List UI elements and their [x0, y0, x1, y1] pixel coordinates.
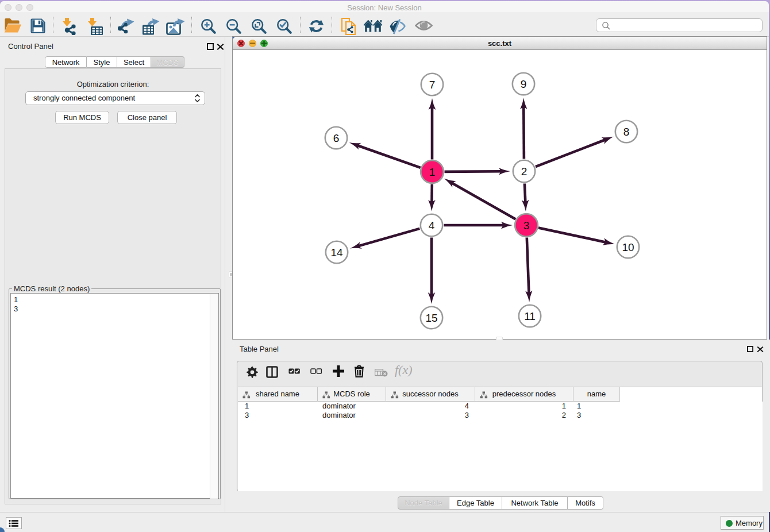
- svg-text:10: 10: [622, 241, 634, 253]
- svg-text:7: 7: [429, 79, 436, 91]
- svg-text:3: 3: [523, 219, 530, 232]
- svg-text:11: 11: [524, 310, 536, 322]
- svg-text:6: 6: [333, 132, 340, 144]
- svg-text:2: 2: [521, 165, 528, 178]
- svg-text:9: 9: [521, 78, 527, 90]
- svg-text:1: 1: [429, 166, 436, 178]
- svg-text:8: 8: [623, 126, 630, 138]
- svg-text:14: 14: [330, 246, 343, 259]
- svg-text:4: 4: [429, 219, 435, 232]
- svg-text:15: 15: [425, 312, 437, 324]
